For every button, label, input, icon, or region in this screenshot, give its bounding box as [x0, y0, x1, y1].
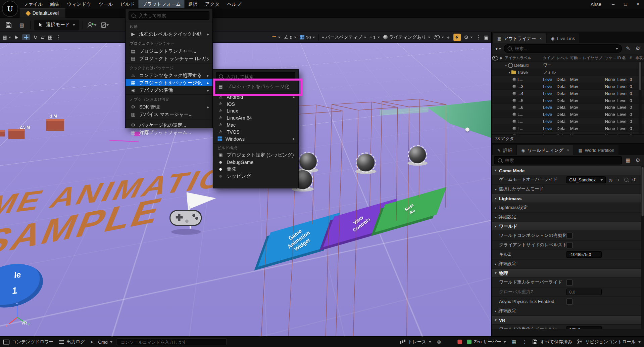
- outliner-row[interactable]: ...5LeveDefaMovNoneLeve0: [492, 97, 644, 104]
- statusbar-item[interactable]: コンテンツドロワー: [3, 339, 53, 345]
- expander-icon[interactable]: ▾: [508, 71, 510, 74]
- grid-button[interactable]: ▦: [511, 339, 517, 345]
- details-category-header[interactable]: ▾Game Mode: [492, 166, 644, 175]
- outliner-row[interactable]: L...LeveDefaMovNoneLeve0: [492, 76, 644, 83]
- column-header[interactable]: タイプ: [542, 55, 555, 61]
- preview-shading-button[interactable]: ◐: [447, 35, 450, 40]
- tab-live-link[interactable]: ◉ Live Link: [547, 33, 579, 43]
- gamemode-override-dropdown[interactable]: GM_Sandbox: [566, 176, 606, 183]
- menu-item[interactable]: ⚙SDK 管理▸: [126, 103, 212, 111]
- value-input[interactable]: 100.0: [566, 326, 602, 329]
- scale-tool-button[interactable]: ▱: [41, 35, 45, 40]
- close-tab-icon[interactable]: ×: [539, 36, 542, 41]
- platform-item[interactable]: Windows▸: [213, 135, 298, 142]
- package-project-disabled-item[interactable]: ▦ プロジェクトをパッケージ化: [213, 83, 298, 90]
- column-header[interactable]: ID 名: [616, 55, 629, 61]
- display-filter-button[interactable]: ▦: [624, 157, 632, 164]
- menubar-item[interactable]: ウィンドウ: [63, 0, 95, 9]
- console-input-box[interactable]: [117, 338, 227, 345]
- select-mode-dropdown[interactable]: 選択モード: [34, 19, 80, 30]
- value-input[interactable]: -1048575.0: [566, 251, 602, 258]
- menu-item[interactable]: ▥デバイス マネージャー...: [126, 111, 212, 118]
- column-header[interactable]: アイテムラベル: [504, 55, 542, 61]
- search-button[interactable]: [623, 177, 629, 183]
- tab-world-settings[interactable]: ◉ ワールド...ィング ×: [517, 145, 574, 155]
- menubar-item[interactable]: ヘルプ: [223, 0, 245, 9]
- outliner-search[interactable]: [504, 44, 622, 52]
- menubar-item[interactable]: アクタ: [201, 0, 223, 9]
- column-header[interactable]: 可動…: [569, 55, 582, 61]
- statusbar-item[interactable]: 出力ログ: [59, 339, 85, 345]
- filter-dropdown[interactable]: ▼: [494, 45, 501, 52]
- close-button[interactable]: ×: [632, 0, 644, 9]
- column-header[interactable]: レイヤ: [582, 55, 594, 61]
- perspective-dropdown[interactable]: ▪パースペクティブ: [322, 34, 366, 40]
- add-actor-button[interactable]: [86, 19, 97, 30]
- rotate-tool-button[interactable]: ↻: [34, 35, 38, 40]
- tab-world-partition[interactable]: ▦ World Partition: [574, 145, 618, 155]
- menu-search[interactable]: [129, 11, 209, 20]
- details-search[interactable]: [494, 156, 622, 164]
- column-header[interactable]: レベル: [556, 55, 569, 61]
- build-config-item[interactable]: 開発: [213, 166, 298, 173]
- menubar-item[interactable]: ファイル: [20, 0, 47, 9]
- checkbox[interactable]: [566, 242, 573, 248]
- level-tab[interactable]: DefaultLevel: [20, 8, 65, 17]
- menu-item[interactable]: ▦対応プラットフォーム...: [126, 129, 212, 136]
- tab-outliner[interactable]: ▦ アウトライナー ×: [493, 33, 546, 43]
- expander-icon[interactable]: ▾: [505, 63, 507, 67]
- platform-item[interactable]: ⚠Android▸: [213, 93, 298, 100]
- platform-item[interactable]: ⚠IOS: [213, 100, 298, 107]
- undo-button[interactable]: ↺: [631, 177, 637, 183]
- column-header[interactable]: 非表…: [635, 55, 644, 61]
- details-category-header[interactable]: ▾ワールド: [492, 222, 644, 231]
- menu-item[interactable]: ⚙パッケージ化の設定...: [126, 121, 212, 129]
- submenu-search-input[interactable]: [226, 73, 292, 79]
- column-header[interactable]: ソケ…: [604, 55, 616, 61]
- checkbox[interactable]: [566, 279, 573, 286]
- outliner-search-input[interactable]: [514, 46, 613, 51]
- camera-sphere[interactable]: [299, 153, 316, 170]
- details-scrollbar[interactable]: [641, 166, 644, 329]
- expander-icon[interactable]: ▸: [495, 187, 497, 191]
- checkbox[interactable]: [566, 298, 573, 304]
- outliner-settings-button[interactable]: ⚙: [634, 45, 642, 52]
- platform-item[interactable]: ⚠LinuxArm64: [213, 114, 298, 121]
- column-header[interactable]: #: [629, 56, 635, 60]
- outliner-row[interactable]: L...LeveDefaMovNoneLeve0: [492, 125, 644, 132]
- expander-icon[interactable]: ▸: [495, 262, 497, 266]
- console-mode-dropdown[interactable]: >_Cmd: [91, 339, 112, 344]
- menu-search-input[interactable]: [138, 12, 206, 18]
- outliner-row[interactable]: ...4LeveDefaMovNoneLeve0: [492, 90, 644, 97]
- unreal-logo[interactable]: U: [2, 1, 18, 17]
- target-button[interactable]: ◎: [436, 339, 442, 345]
- screenshot-button[interactable]: [447, 339, 452, 345]
- menu-item[interactable]: ▤プロジェクト ランチャー (レガシー)...: [126, 55, 212, 62]
- details-category-header[interactable]: ▾物理: [492, 269, 644, 278]
- menubar-item[interactable]: 選択: [185, 0, 201, 9]
- menu-item[interactable]: ♨コンテンツをクック処理する▸: [126, 72, 212, 79]
- menubar-item[interactable]: ビルド: [117, 0, 139, 9]
- outliner-row[interactable]: ▾Defaultlワー: [492, 62, 644, 69]
- grid-snap-dropdown[interactable]: 10: [300, 35, 315, 40]
- build-config-item[interactable]: ▣プロジェクト設定 (シッピング) の使用: [213, 152, 298, 159]
- select-tool-button[interactable]: [14, 35, 19, 40]
- build-config-item[interactable]: シッピング: [213, 173, 298, 180]
- menu-item[interactable]: ◉デバッグの準備▸: [126, 86, 212, 94]
- realtime-toggle-button[interactable]: [453, 34, 461, 41]
- viewport-options-dropdown[interactable]: ▦: [2, 35, 11, 40]
- statusbar-item[interactable]: リビジョンコントロール: [577, 339, 641, 345]
- view-mode-dropdown[interactable]: ライティングあり: [383, 34, 430, 40]
- visibility-column-header[interactable]: [492, 56, 499, 60]
- menubar-item[interactable]: 編集: [46, 0, 63, 9]
- outliner-row[interactable]: ▾Traveフォル: [492, 69, 644, 76]
- expander-icon[interactable]: ▸: [495, 215, 497, 219]
- expander-icon[interactable]: ▸: [495, 309, 497, 313]
- move-tool-button[interactable]: [22, 34, 30, 40]
- outliner-row[interactable]: ...3LeveDefaMovNoneLeve0: [492, 83, 644, 90]
- statusbar-item[interactable]: トレース: [400, 339, 431, 345]
- statusbar-item[interactable]: Zen サーバー: [467, 339, 506, 345]
- submenu-search[interactable]: [216, 72, 295, 81]
- menubar-item[interactable]: プラットフォーム: [139, 0, 185, 9]
- build-config-item[interactable]: DebugGame: [213, 159, 298, 166]
